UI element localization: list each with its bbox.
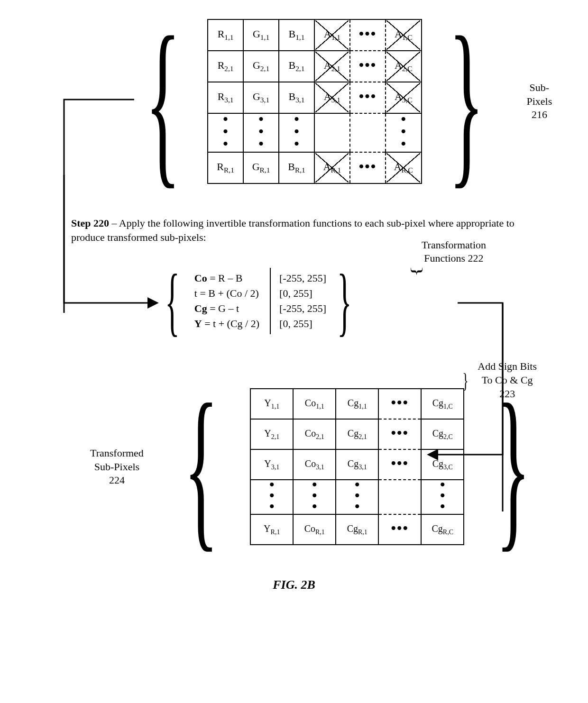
- grid-cell: [314, 113, 350, 152]
- grid-cell: CgR,1: [336, 514, 378, 545]
- grid-cell: R3,1: [208, 82, 243, 113]
- grid-cell: •••: [378, 389, 421, 419]
- grid-cell: B1,1: [279, 19, 314, 51]
- grid-cell: •••: [208, 113, 243, 152]
- equation-line: Y = t + (Cg / 2): [194, 318, 259, 330]
- grid-cell: Y1,1: [250, 389, 293, 419]
- brace-right-icon: }: [496, 393, 531, 541]
- equation-line: Cg = G – t: [194, 302, 259, 315]
- grid-cell: A3,1: [314, 82, 350, 113]
- grid-cell: •••: [378, 514, 421, 545]
- equation-range: [0, 255]: [279, 287, 326, 300]
- grid-cell: A1,C: [386, 19, 422, 51]
- grid-cell: B3,1: [279, 82, 314, 113]
- grid-cell: Co3,1: [293, 449, 336, 480]
- grid-cell: •••: [350, 51, 386, 82]
- grid-cell: G1,1: [243, 19, 279, 51]
- brace-right-icon: }: [337, 265, 352, 337]
- transformation-functions-block: { Co = R – Bt = B + (Co / 2)Cg = G – tY …: [154, 265, 363, 337]
- grid-cell: •••: [279, 113, 314, 152]
- grid-cell: •••: [350, 82, 386, 113]
- brace-top-icon: }: [409, 266, 427, 277]
- grid-cell: •••: [243, 113, 279, 152]
- grid-cell: •••: [378, 419, 421, 449]
- grid-cell: BR,1: [279, 152, 314, 183]
- grid-cell: Co2,1: [293, 419, 336, 449]
- figure-caption: FIG. 2B: [28, 578, 560, 592]
- brace-left-icon: {: [165, 265, 180, 337]
- grid-cell: A2,1: [314, 51, 350, 82]
- grid-cell: Y2,1: [250, 419, 293, 449]
- grid-cell: A3,C: [386, 82, 422, 113]
- grid-cell: G3,1: [243, 82, 279, 113]
- subpixels-label: Sub-Pixels 216: [519, 81, 560, 122]
- brace-left-icon: {: [145, 26, 181, 177]
- transformed-subpixels-label: Transformed Sub-Pixels 224: [90, 447, 144, 487]
- grid-cell: •••: [386, 113, 422, 152]
- grid-cell: YR,1: [250, 514, 293, 545]
- grid-cell: RR,1: [208, 152, 243, 183]
- grid-cell: [350, 113, 386, 152]
- grid-cell: •••: [421, 480, 464, 514]
- grid-cell: •••: [293, 480, 336, 514]
- grid-cell: •••: [250, 480, 293, 514]
- grid-cell: G2,1: [243, 51, 279, 82]
- brace-right-icon: }: [449, 26, 484, 177]
- brace-left-icon: {: [184, 393, 219, 541]
- equation-line: t = B + (Co / 2): [194, 287, 259, 300]
- grid-cell: Cg2,C: [421, 419, 464, 449]
- grid-cell: Cg3,1: [336, 449, 378, 480]
- equation-line: Co = R – B: [194, 272, 259, 284]
- divider-vertical: [270, 268, 271, 334]
- equation-range: [0, 255]: [279, 318, 326, 330]
- subpixels-grid: R1,1G1,1B1,1A1,1•••A1,CR2,1G2,1B2,1A2,1•…: [207, 19, 422, 184]
- grid-cell: •••: [336, 480, 378, 514]
- grid-cell: Cg3,C: [421, 449, 464, 480]
- grid-cell: •••: [350, 19, 386, 51]
- grid-cell: [378, 480, 421, 514]
- grid-cell: R1,1: [208, 19, 243, 51]
- grid-cell: CoR,1: [293, 514, 336, 545]
- equation-range: [-255, 255]: [279, 302, 326, 315]
- grid-cell: CgR,C: [421, 514, 464, 545]
- transformation-functions-label: } Transformation Functions 222: [422, 238, 486, 265]
- grid-cell: Co1,1: [293, 389, 336, 419]
- grid-cell: •••: [350, 152, 386, 183]
- grid-cell: AR,1: [314, 152, 350, 183]
- grid-cell: Cg1,1: [336, 389, 378, 419]
- equation-range: [-255, 255]: [279, 272, 326, 284]
- grid-cell: A2,C: [386, 51, 422, 82]
- grid-cell: •••: [378, 449, 421, 480]
- grid-cell: GR,1: [243, 152, 279, 183]
- grid-cell: Cg1,C: [421, 389, 464, 419]
- transformed-subpixels-grid: Y1,1Co1,1Cg1,1•••Cg1,CY2,1Co2,1Cg2,1•••C…: [250, 388, 464, 545]
- grid-cell: Cg2,1: [336, 419, 378, 449]
- grid-cell: A1,1: [314, 19, 350, 51]
- grid-cell: Y3,1: [250, 449, 293, 480]
- grid-cell: R2,1: [208, 51, 243, 82]
- grid-cell: B2,1: [279, 51, 314, 82]
- grid-cell: AR,C: [386, 152, 422, 183]
